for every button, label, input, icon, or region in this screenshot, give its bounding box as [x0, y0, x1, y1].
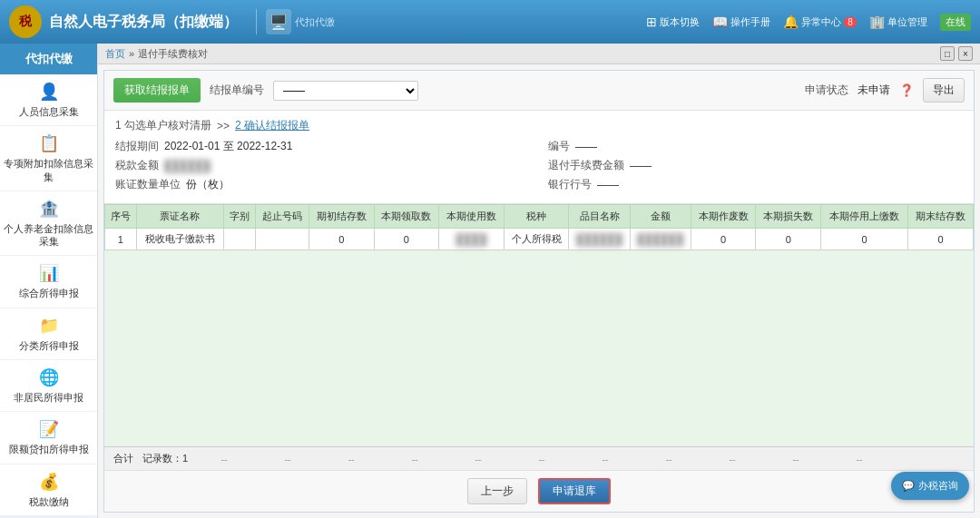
step2-link[interactable]: 2 确认结报报单 [235, 118, 309, 133]
th-stopped: 本期停用上缴数 [821, 205, 908, 229]
th-closing: 期末结存数 [908, 205, 974, 229]
sidebar-item-classified[interactable]: 📁 分类所得申报 [0, 308, 97, 360]
td-seq: 1 [105, 229, 137, 250]
breadcrumb: 首页 » 退付手续费核对 [105, 47, 208, 61]
close-button[interactable]: × [958, 46, 973, 61]
table-row: 1 税收电子缴款书 0 0 ████ 个人所得税 ██████ ██████ 0… [105, 229, 974, 250]
sidebar-item-nonresident[interactable]: 🌐 非居民所得申报 [0, 360, 97, 412]
footer-dash-2: -- [260, 454, 315, 464]
th-amount: 金额 [630, 205, 691, 229]
th-tax-type: 税种 [504, 205, 569, 229]
th-lost: 本期损失数 [756, 205, 821, 229]
main-table: 序号 票证名称 字别 起止号码 期初结存数 本期领取数 本期使用数 税种 品目名… [104, 204, 974, 250]
app-subtitle: 🖥️ 代扣代缴 [256, 9, 335, 34]
total-label: 合计 [113, 452, 133, 465]
td-char [223, 229, 255, 250]
step-row: 1 勾选单户核对清册 >> 2 确认结报报单 [115, 118, 963, 133]
footer-dash-1: -- [197, 454, 251, 464]
bank-no-row: 银行行号 —— [548, 177, 963, 192]
table-header-row: 序号 票证名称 字别 起止号码 期初结存数 本期领取数 本期使用数 税种 品目名… [105, 205, 974, 229]
td-stopped: 0 [821, 229, 908, 250]
toolbar-left: 获取结报报单 结报单编号 —— [113, 78, 418, 103]
th-char: 字别 [223, 205, 255, 229]
step1-label: 1 勾选单户核对清册 [115, 118, 211, 133]
app-logo: 税 [9, 5, 42, 38]
code-row: 编号 —— [548, 139, 963, 154]
form-area: 1 勾选单户核对清册 >> 2 确认结报报单 结报期间 2022-01-01 至… [104, 111, 974, 204]
status-info-icon: ❓ [899, 83, 914, 97]
submit-button[interactable]: 申请退库 [538, 478, 611, 504]
online-status: 在线 [940, 14, 971, 31]
tool-unit[interactable]: 🏢 单位管理 [869, 15, 927, 29]
info-grid: 结报期间 2022-01-01 至 2022-12-31 编号 —— 税款金额 … [115, 139, 963, 192]
return-amount-row: 退付手续费金额 —— [548, 158, 963, 173]
window-controls: □ × [940, 46, 973, 61]
tool-switch[interactable]: ⊞ 版本切换 [646, 15, 700, 29]
comprehensive-icon: 📊 [39, 263, 59, 283]
personnel-icon: 👤 [39, 82, 59, 102]
prev-button[interactable]: 上一步 [467, 478, 527, 504]
consult-icon: 💬 [902, 480, 915, 492]
th-item-name: 品目名称 [569, 205, 630, 229]
content-area: 首页 » 退付手续费核对 □ × 获取结报报单 结报单编号 —— [98, 44, 980, 518]
tax-calc-icon: 💰 [39, 472, 59, 492]
sidebar-item-comprehensive[interactable]: 📊 综合所得申报 [0, 256, 97, 308]
record-count: 记录数：1 [142, 452, 188, 465]
inner-toolbar: 获取结报报单 结报单编号 —— 申请状态 未申请 ❓ 导出 [104, 71, 974, 111]
step-separator: >> [217, 120, 230, 132]
footer-dash-10: -- [769, 454, 823, 464]
th-ticket-name: 票证名称 [136, 205, 223, 229]
td-closing: 0 [908, 229, 974, 250]
sidebar-item-personnel[interactable]: 👤 人员信息采集 [0, 74, 97, 126]
th-opening: 期初结存数 [309, 205, 374, 229]
restore-button[interactable]: □ [940, 46, 955, 61]
consult-fab[interactable]: 💬 办税咨询 [891, 472, 969, 500]
get-reconcile-button[interactable]: 获取结报报单 [113, 78, 201, 103]
th-range: 起止号码 [255, 205, 309, 229]
inner-window: 获取结报报单 结报单编号 —— 申请状态 未申请 ❓ 导出 1 勾选单户核对清 [103, 70, 975, 513]
footer-dash-3: -- [324, 454, 378, 464]
sidebar-item-correction[interactable]: 📝 限额贷扣所得申报 [0, 412, 97, 464]
breadcrumb-home[interactable]: 首页 [105, 47, 125, 61]
nonresident-icon: 🌐 [39, 367, 59, 387]
td-used: ████ [439, 229, 505, 250]
sidebar-header: 代扣代缴 [0, 44, 97, 74]
td-opening: 0 [309, 229, 374, 250]
consult-label: 办税咨询 [918, 479, 958, 493]
report-no-label: 结报单编号 [210, 83, 264, 98]
period-row: 结报期间 2022-01-01 至 2022-12-31 [115, 139, 530, 154]
sidebar-item-special[interactable]: 📋 专项附加扣除信息采集 [0, 126, 97, 191]
footer-dash-4: -- [387, 454, 442, 464]
bottom-action-bar: 上一步 申请退库 [104, 470, 974, 512]
export-button[interactable]: 导出 [923, 78, 965, 103]
status-label: 申请状态 [805, 83, 848, 98]
toolbar-right: 申请状态 未申请 ❓ 导出 [805, 78, 965, 103]
voucher-count-row: 账证数量单位 份（枚） [115, 177, 530, 192]
th-used: 本期使用数 [439, 205, 505, 229]
subtitle-icon: 🖥️ [266, 9, 291, 34]
footer-dash-9: -- [705, 454, 760, 464]
main-layout: 代扣代缴 👤 人员信息采集 📋 专项附加扣除信息采集 🏦 个人养老金扣除信息采集… [0, 44, 980, 518]
special-icon: 📋 [39, 133, 59, 153]
sidebar-item-tax-calc[interactable]: 💰 税款缴纳 [0, 464, 97, 516]
th-seq: 序号 [105, 205, 137, 229]
footer-dash-7: -- [578, 454, 632, 464]
footer-dash-5: -- [451, 454, 505, 464]
tool-notice[interactable]: 🔔 异常中心 8 [783, 15, 857, 29]
tax-amount-row: 税款金额 ██████ [115, 158, 530, 173]
notice-icon: 🔔 [783, 15, 799, 29]
sidebar-item-pension[interactable]: 🏦 个人养老金扣除信息采集 [0, 191, 97, 257]
th-voided: 本期作废数 [691, 205, 756, 229]
table-footer: 合计 记录数：1 -- -- -- -- -- -- -- -- -- -- -… [104, 446, 974, 470]
table-container: 序号 票证名称 字别 起止号码 期初结存数 本期领取数 本期使用数 税种 品目名… [104, 204, 974, 446]
th-received: 本期领取数 [374, 205, 439, 229]
td-lost: 0 [756, 229, 821, 250]
report-no-select[interactable]: —— [273, 81, 418, 101]
window-titlebar: 首页 » 退付手续费核对 □ × [98, 44, 980, 64]
top-right-tools: ⊞ 版本切换 📖 操作手册 🔔 异常中心 8 🏢 单位管理 在线 [646, 14, 971, 31]
top-bar: 税 自然人电子税务局（扣缴端） 🖥️ 代扣代缴 ⊞ 版本切换 📖 操作手册 🔔 … [0, 0, 980, 44]
tool-manual[interactable]: 📖 操作手册 [712, 15, 770, 29]
td-tax-type: 个人所得税 [504, 229, 569, 250]
status-value: 未申请 [858, 83, 890, 98]
sidebar: 代扣代缴 👤 人员信息采集 📋 专项附加扣除信息采集 🏦 个人养老金扣除信息采集… [0, 44, 98, 518]
